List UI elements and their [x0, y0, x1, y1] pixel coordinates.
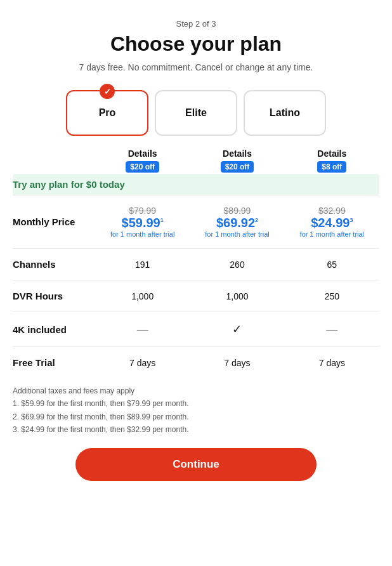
promo-banner-row: Try any plan for $0 today	[13, 174, 379, 195]
details-elite: Details	[223, 148, 252, 159]
plan-tab-latino[interactable]: Latino	[244, 90, 326, 136]
col-header-latino: Details $8 off	[285, 142, 379, 174]
details-latino: Details	[317, 148, 346, 159]
price-main-pro: $59.991	[100, 216, 185, 230]
channels-label: Channels	[13, 249, 95, 280]
empty-header	[13, 142, 95, 174]
plan-tab-pro[interactable]: ✓ Pro	[66, 90, 148, 136]
comparison-wrapper: Details $20 off Details $20 off Details …	[13, 142, 379, 378]
price-original-latino: $32.99	[290, 206, 374, 216]
free-trial-label: Free Trial	[13, 347, 95, 379]
footnote-3: 3. $24.99 for the first month, then $32.…	[13, 423, 379, 436]
4k-latino: —	[285, 312, 379, 347]
monthly-price-latino: $32.99 $24.993 for 1 month after trial	[285, 195, 379, 249]
plan-tab-pro-label: Pro	[99, 107, 116, 119]
free-trial-latino: 7 days	[285, 347, 379, 379]
dvr-latino: 250	[285, 280, 379, 312]
price-note-latino: for 1 month after trial	[290, 230, 374, 238]
footnote-taxes: Additional taxes and fees may apply	[13, 385, 379, 397]
price-main-elite: $69.922	[195, 216, 279, 230]
plan-tab-elite[interactable]: Elite	[155, 90, 237, 136]
monthly-price-pro: $79.99 $59.991 for 1 month after trial	[95, 195, 190, 249]
4k-elite: ✓	[190, 312, 284, 347]
4k-elite-check: ✓	[232, 323, 242, 336]
monthly-price-row: Monthly Price $79.99 $59.991 for 1 month…	[13, 195, 379, 249]
selected-check-icon: ✓	[100, 84, 115, 99]
channels-elite: 260	[190, 249, 284, 280]
monthly-price-elite: $89.99 $69.922 for 1 month after trial	[190, 195, 284, 249]
promo-text: Try any plan for $0 today	[13, 174, 379, 195]
plan-tab-elite-label: Elite	[185, 107, 207, 119]
price-original-elite: $89.99	[195, 206, 279, 216]
dvr-elite: 1,000	[190, 280, 284, 312]
price-original-pro: $79.99	[100, 206, 185, 216]
col-header-elite: Details $20 off	[190, 142, 284, 174]
step-label: Step 2 of 3	[176, 19, 216, 29]
subtitle: 7 days free. No commitment. Cancel or ch…	[79, 62, 313, 72]
dvr-hours-row: DVR Hours 1,000 1,000 250	[13, 280, 379, 312]
badge-pro: $20 off	[126, 161, 159, 173]
plan-tabs-area: ✓ Pro Elite Latino Details $20 off Detai…	[13, 90, 379, 487]
4k-row: 4K included — ✓ —	[13, 312, 379, 347]
plan-selector: ✓ Pro Elite Latino	[66, 90, 326, 136]
footnote-2: 2. $69.99 for the first month, then $89.…	[13, 411, 379, 423]
channels-row: Channels 191 260 65	[13, 249, 379, 280]
free-trial-elite: 7 days	[190, 347, 284, 379]
header-row: Details $20 off Details $20 off Details …	[13, 142, 379, 174]
details-pro: Details	[128, 148, 157, 159]
free-trial-pro: 7 days	[95, 347, 190, 379]
page-title: Choose your plan	[110, 32, 282, 56]
comparison-table: Details $20 off Details $20 off Details …	[13, 142, 379, 378]
4k-latino-dash: —	[326, 323, 337, 336]
free-trial-row: Free Trial 7 days 7 days 7 days	[13, 347, 379, 379]
plan-tab-latino-label: Latino	[270, 107, 300, 119]
footnote-1: 1. $59.99 for the first month, then $79.…	[13, 397, 379, 410]
continue-button[interactable]: Continue	[75, 448, 317, 481]
channels-pro: 191	[95, 249, 190, 280]
4k-label: 4K included	[13, 312, 95, 347]
col-header-pro: Details $20 off	[95, 142, 190, 174]
price-note-pro: for 1 month after trial	[100, 230, 185, 238]
dvr-pro: 1,000	[95, 280, 190, 312]
monthly-price-label: Monthly Price	[13, 195, 95, 249]
dvr-label: DVR Hours	[13, 280, 95, 312]
4k-pro-dash: —	[137, 323, 148, 336]
channels-latino: 65	[285, 249, 379, 280]
price-note-elite: for 1 month after trial	[195, 230, 279, 238]
footnotes: Additional taxes and fees may apply 1. $…	[13, 385, 379, 437]
badge-latino: $8 off	[317, 161, 346, 173]
badge-elite: $20 off	[221, 161, 254, 173]
price-main-latino: $24.993	[290, 216, 374, 230]
4k-pro: —	[95, 312, 190, 347]
